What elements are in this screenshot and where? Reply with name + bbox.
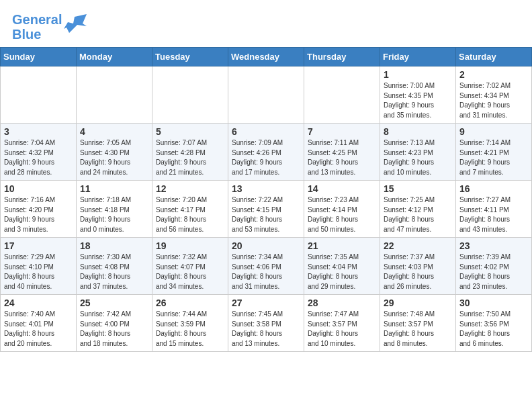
calendar-day-6: 6Sunrise: 7:09 AM Sunset: 4:26 PM Daylig… — [228, 124, 304, 181]
day-info: Sunrise: 7:32 AM Sunset: 4:07 PM Dayligh… — [156, 253, 224, 291]
day-number: 12 — [156, 183, 224, 194]
calendar-day-25: 25Sunrise: 7:42 AM Sunset: 4:00 PM Dayli… — [77, 295, 152, 352]
day-info: Sunrise: 7:05 AM Sunset: 4:30 PM Dayligh… — [80, 138, 148, 177]
calendar-day-4: 4Sunrise: 7:05 AM Sunset: 4:30 PM Daylig… — [77, 124, 152, 181]
calendar-week-4: 17Sunrise: 7:29 AM Sunset: 4:10 PM Dayli… — [1, 238, 532, 295]
day-number: 30 — [459, 298, 528, 308]
day-number: 2 — [459, 69, 528, 80]
calendar-day-10: 10Sunrise: 7:16 AM Sunset: 4:20 PM Dayli… — [1, 181, 77, 238]
day-info: Sunrise: 7:44 AM Sunset: 3:59 PM Dayligh… — [156, 310, 224, 349]
day-info: Sunrise: 7:09 AM Sunset: 4:26 PM Dayligh… — [232, 138, 300, 177]
calendar-day-30: 30Sunrise: 7:50 AM Sunset: 3:56 PM Dayli… — [456, 295, 532, 352]
day-info: Sunrise: 7:48 AM Sunset: 3:57 PM Dayligh… — [384, 310, 452, 349]
day-info: Sunrise: 7:07 AM Sunset: 4:28 PM Dayligh… — [156, 138, 224, 177]
day-number: 20 — [232, 240, 300, 251]
day-number: 28 — [308, 298, 376, 308]
empty-cell — [228, 66, 304, 124]
day-info: Sunrise: 7:30 AM Sunset: 4:08 PM Dayligh… — [80, 253, 148, 291]
calendar-day-28: 28Sunrise: 7:47 AM Sunset: 3:57 PM Dayli… — [304, 295, 380, 352]
day-info: Sunrise: 7:37 AM Sunset: 4:03 PM Dayligh… — [384, 253, 452, 291]
calendar-day-1: 1Sunrise: 7:00 AM Sunset: 4:35 PM Daylig… — [380, 66, 456, 124]
day-info: Sunrise: 7:20 AM Sunset: 4:17 PM Dayligh… — [156, 195, 224, 234]
logo-bird-icon — [64, 14, 87, 37]
day-number: 5 — [156, 126, 224, 137]
day-number: 14 — [308, 183, 376, 194]
calendar-day-26: 26Sunrise: 7:44 AM Sunset: 3:59 PM Dayli… — [152, 295, 228, 352]
calendar-day-21: 21Sunrise: 7:35 AM Sunset: 4:04 PM Dayli… — [304, 238, 380, 295]
day-info: Sunrise: 7:34 AM Sunset: 4:06 PM Dayligh… — [232, 253, 300, 291]
day-info: Sunrise: 7:47 AM Sunset: 3:57 PM Dayligh… — [308, 310, 376, 349]
empty-cell — [77, 66, 152, 124]
day-info: Sunrise: 7:00 AM Sunset: 4:35 PM Dayligh… — [384, 81, 452, 120]
day-info: Sunrise: 7:42 AM Sunset: 4:00 PM Dayligh… — [80, 310, 148, 349]
day-info: Sunrise: 7:23 AM Sunset: 4:14 PM Dayligh… — [308, 195, 376, 234]
empty-cell — [1, 66, 77, 124]
calendar-week-1: 1Sunrise: 7:00 AM Sunset: 4:35 PM Daylig… — [1, 66, 532, 124]
calendar-day-9: 9Sunrise: 7:14 AM Sunset: 4:21 PM Daylig… — [456, 124, 532, 181]
day-info: Sunrise: 7:45 AM Sunset: 3:58 PM Dayligh… — [232, 310, 300, 349]
day-number: 25 — [80, 298, 148, 308]
calendar-day-13: 13Sunrise: 7:22 AM Sunset: 4:15 PM Dayli… — [228, 181, 304, 238]
day-info: Sunrise: 7:29 AM Sunset: 4:10 PM Dayligh… — [4, 253, 73, 291]
calendar-week-2: 3Sunrise: 7:04 AM Sunset: 4:32 PM Daylig… — [1, 124, 532, 181]
day-number: 9 — [459, 126, 528, 137]
calendar-day-23: 23Sunrise: 7:39 AM Sunset: 4:02 PM Dayli… — [456, 238, 532, 295]
page-header: General Blue — [0, 0, 532, 47]
weekday-header-row: SundayMondayTuesdayWednesdayThursdayFrid… — [1, 48, 532, 66]
day-number: 24 — [4, 298, 73, 308]
day-number: 18 — [80, 240, 148, 251]
day-number: 29 — [384, 298, 452, 308]
day-number: 21 — [308, 240, 376, 251]
weekday-friday: Friday — [380, 48, 456, 66]
calendar-day-29: 29Sunrise: 7:48 AM Sunset: 3:57 PM Dayli… — [380, 295, 456, 352]
weekday-sunday: Sunday — [1, 48, 77, 66]
empty-cell — [304, 66, 380, 124]
calendar-day-17: 17Sunrise: 7:29 AM Sunset: 4:10 PM Dayli… — [1, 238, 77, 295]
calendar-day-22: 22Sunrise: 7:37 AM Sunset: 4:03 PM Dayli… — [380, 238, 456, 295]
day-number: 8 — [384, 126, 452, 137]
day-info: Sunrise: 7:14 AM Sunset: 4:21 PM Dayligh… — [459, 138, 528, 177]
logo: General Blue — [12, 12, 87, 42]
calendar-day-15: 15Sunrise: 7:25 AM Sunset: 4:12 PM Dayli… — [380, 181, 456, 238]
weekday-thursday: Thursday — [304, 48, 380, 66]
day-number: 4 — [80, 126, 148, 137]
day-number: 13 — [232, 183, 300, 194]
day-number: 6 — [232, 126, 300, 137]
calendar-day-16: 16Sunrise: 7:27 AM Sunset: 4:11 PM Dayli… — [456, 181, 532, 238]
day-number: 19 — [156, 240, 224, 251]
day-number: 1 — [384, 69, 452, 80]
day-info: Sunrise: 7:25 AM Sunset: 4:12 PM Dayligh… — [384, 195, 452, 234]
day-number: 27 — [232, 298, 300, 308]
logo-line1: General — [12, 12, 62, 27]
day-info: Sunrise: 7:16 AM Sunset: 4:20 PM Dayligh… — [4, 195, 73, 234]
day-info: Sunrise: 7:35 AM Sunset: 4:04 PM Dayligh… — [308, 253, 376, 291]
day-number: 7 — [308, 126, 376, 137]
calendar-day-8: 8Sunrise: 7:13 AM Sunset: 4:23 PM Daylig… — [380, 124, 456, 181]
day-number: 22 — [384, 240, 452, 251]
calendar-day-24: 24Sunrise: 7:40 AM Sunset: 4:01 PM Dayli… — [1, 295, 77, 352]
empty-cell — [152, 66, 228, 124]
weekday-monday: Monday — [77, 48, 152, 66]
day-number: 16 — [459, 183, 528, 194]
calendar-day-7: 7Sunrise: 7:11 AM Sunset: 4:25 PM Daylig… — [304, 124, 380, 181]
logo-line2: Blue — [12, 27, 62, 42]
day-info: Sunrise: 7:04 AM Sunset: 4:32 PM Dayligh… — [4, 138, 73, 177]
calendar-day-19: 19Sunrise: 7:32 AM Sunset: 4:07 PM Dayli… — [152, 238, 228, 295]
calendar-day-12: 12Sunrise: 7:20 AM Sunset: 4:17 PM Dayli… — [152, 181, 228, 238]
calendar-day-18: 18Sunrise: 7:30 AM Sunset: 4:08 PM Dayli… — [77, 238, 152, 295]
day-number: 3 — [4, 126, 73, 137]
calendar-day-27: 27Sunrise: 7:45 AM Sunset: 3:58 PM Dayli… — [228, 295, 304, 352]
day-number: 11 — [80, 183, 148, 194]
calendar-day-14: 14Sunrise: 7:23 AM Sunset: 4:14 PM Dayli… — [304, 181, 380, 238]
calendar-day-3: 3Sunrise: 7:04 AM Sunset: 4:32 PM Daylig… — [1, 124, 77, 181]
calendar-week-3: 10Sunrise: 7:16 AM Sunset: 4:20 PM Dayli… — [1, 181, 532, 238]
day-info: Sunrise: 7:27 AM Sunset: 4:11 PM Dayligh… — [459, 195, 528, 234]
day-info: Sunrise: 7:40 AM Sunset: 4:01 PM Dayligh… — [4, 310, 73, 349]
calendar-day-20: 20Sunrise: 7:34 AM Sunset: 4:06 PM Dayli… — [228, 238, 304, 295]
calendar-week-5: 24Sunrise: 7:40 AM Sunset: 4:01 PM Dayli… — [1, 295, 532, 352]
day-number: 10 — [4, 183, 73, 194]
day-info: Sunrise: 7:50 AM Sunset: 3:56 PM Dayligh… — [459, 310, 528, 349]
day-number: 17 — [4, 240, 73, 251]
day-number: 15 — [384, 183, 452, 194]
calendar-table: SundayMondayTuesdayWednesdayThursdayFrid… — [0, 47, 532, 352]
